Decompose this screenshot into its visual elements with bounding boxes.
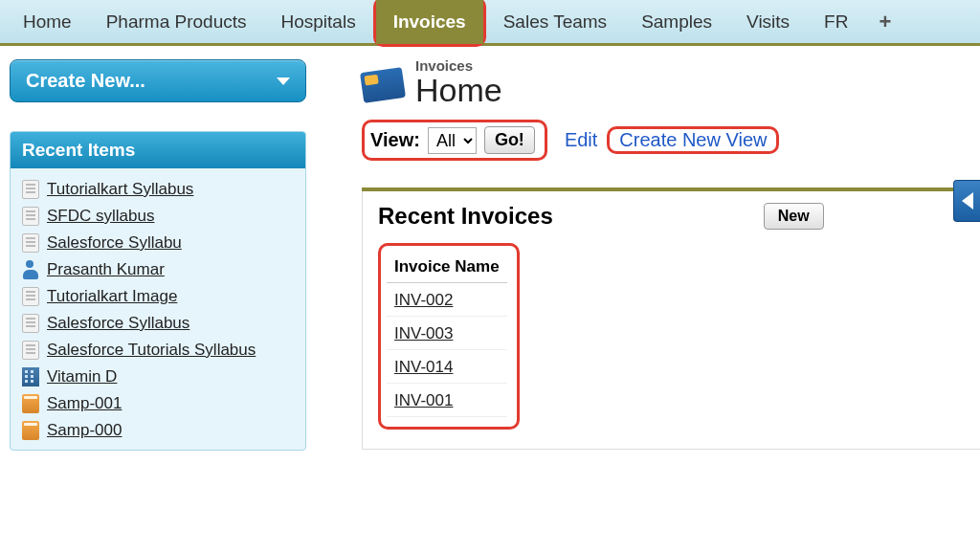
recent-item: Vitamin D bbox=[20, 364, 296, 390]
book-icon bbox=[22, 421, 39, 440]
tab-invoices[interactable]: Invoices bbox=[376, 0, 483, 44]
invoice-card-icon bbox=[360, 67, 406, 103]
recent-item-link[interactable]: Vitamin D bbox=[47, 367, 117, 386]
recent-item-link[interactable]: Salesforce Syllabu bbox=[47, 233, 182, 253]
document-icon bbox=[22, 233, 39, 253]
recent-item: Salesforce Tutorials Syllabus bbox=[20, 337, 296, 364]
person-icon bbox=[22, 260, 39, 279]
expand-sidebar-arrow-icon[interactable] bbox=[953, 180, 980, 222]
recent-item: Samp-000 bbox=[20, 417, 296, 444]
tab-add-icon[interactable]: + bbox=[865, 0, 904, 44]
recent-item: Tutorialkart Syllabus bbox=[20, 176, 296, 203]
tab-home[interactable]: Home bbox=[6, 0, 89, 44]
invoice-link[interactable]: INV-001 bbox=[394, 391, 453, 409]
document-icon bbox=[22, 207, 39, 226]
table-row: INV-002 bbox=[387, 285, 507, 317]
page-header: Invoices Home bbox=[362, 57, 980, 106]
main-area: Invoices Home View: All Go! Edit Create … bbox=[316, 46, 980, 464]
chevron-down-icon bbox=[277, 77, 290, 85]
recent-invoices-title: Recent Invoices bbox=[378, 203, 553, 230]
tab-fr[interactable]: FR bbox=[807, 0, 865, 44]
table-row: INV-001 bbox=[387, 386, 507, 417]
recent-item-link[interactable]: SFDC syllabus bbox=[47, 207, 154, 226]
invoice-name-header: Invoice Name bbox=[387, 252, 507, 283]
recent-item-link[interactable]: Salesforce Syllabus bbox=[47, 314, 189, 333]
go-button[interactable]: Go! bbox=[484, 126, 535, 154]
recent-item-link[interactable]: Salesforce Tutorials Syllabus bbox=[47, 341, 256, 360]
recent-item-link[interactable]: Tutorialkart Syllabus bbox=[47, 180, 193, 199]
recent-item-link[interactable]: Prasanth Kumar bbox=[47, 260, 165, 279]
new-invoice-button[interactable]: New bbox=[764, 203, 824, 230]
table-row: INV-014 bbox=[387, 352, 507, 384]
recent-items-header: Recent Items bbox=[11, 132, 305, 168]
edit-view-link[interactable]: Edit bbox=[565, 129, 597, 151]
tab-pharma-products[interactable]: Pharma Products bbox=[89, 0, 264, 44]
invoice-link[interactable]: INV-003 bbox=[394, 324, 453, 342]
building-icon bbox=[22, 367, 39, 386]
invoice-table: Invoice Name INV-002 INV-003 INV-014 INV… bbox=[385, 250, 509, 419]
create-new-button[interactable]: Create New... bbox=[10, 59, 306, 102]
recent-item: SFDC syllabus bbox=[20, 203, 296, 230]
recent-item: Salesforce Syllabus bbox=[20, 310, 296, 337]
invoice-link[interactable]: INV-014 bbox=[394, 358, 453, 376]
page-title: Home bbox=[415, 74, 502, 106]
tab-samples[interactable]: Samples bbox=[624, 0, 729, 44]
recent-item-link[interactable]: Tutorialkart Image bbox=[47, 287, 177, 306]
create-new-view-link[interactable]: Create New View bbox=[610, 127, 776, 152]
invoice-link[interactable]: INV-002 bbox=[394, 291, 453, 309]
recent-invoices-panel: Recent Invoices New Invoice Name INV-002… bbox=[362, 188, 980, 450]
table-row: INV-003 bbox=[387, 319, 507, 350]
top-nav: Home Pharma Products Hospitals Invoices … bbox=[0, 0, 980, 46]
book-icon bbox=[22, 394, 39, 413]
tab-hospitals[interactable]: Hospitals bbox=[263, 0, 372, 44]
recent-items-panel: Recent Items Tutorialkart Syllabus SFDC … bbox=[10, 131, 306, 451]
recent-item: Tutorialkart Image bbox=[20, 283, 296, 310]
recent-item: Prasanth Kumar bbox=[20, 256, 296, 283]
tab-sales-teams[interactable]: Sales Teams bbox=[486, 0, 624, 44]
recent-item-link[interactable]: Samp-000 bbox=[47, 421, 122, 440]
document-icon bbox=[22, 314, 39, 333]
view-label: View: bbox=[370, 129, 420, 151]
document-icon bbox=[22, 341, 39, 360]
recent-item-link[interactable]: Samp-001 bbox=[47, 394, 122, 413]
document-icon bbox=[22, 180, 39, 199]
sidebar: Create New... Recent Items Tutorialkart … bbox=[0, 46, 316, 464]
view-select[interactable]: All bbox=[428, 127, 477, 154]
recent-item: Salesforce Syllabu bbox=[20, 230, 296, 256]
document-icon bbox=[22, 287, 39, 306]
recent-items-list: Tutorialkart Syllabus SFDC syllabus Sale… bbox=[11, 168, 305, 450]
view-row: View: All Go! Edit Create New View bbox=[362, 120, 980, 161]
recent-item: Samp-001 bbox=[20, 390, 296, 417]
tab-visits[interactable]: Visits bbox=[729, 0, 807, 44]
create-new-label: Create New... bbox=[26, 70, 145, 92]
